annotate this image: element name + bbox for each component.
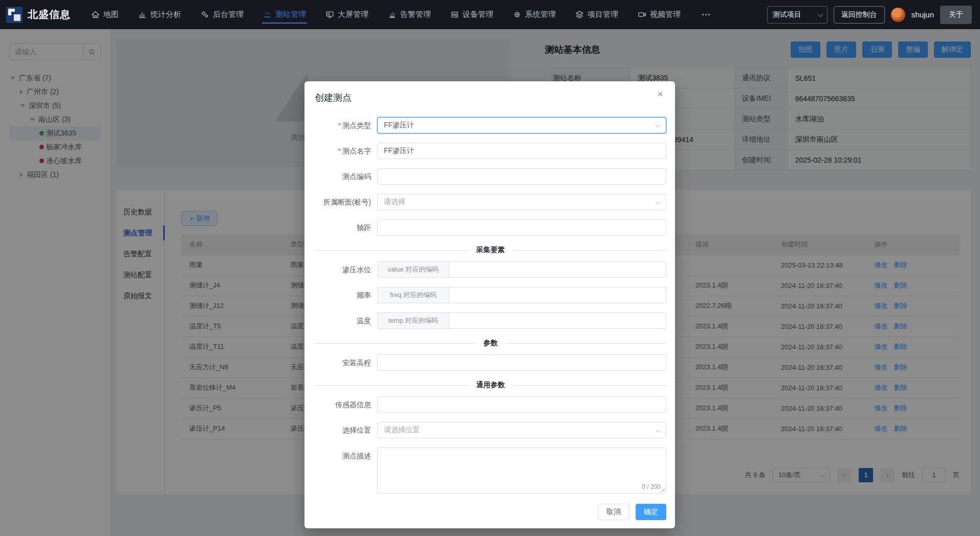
select-value: 请选择: [384, 197, 405, 207]
form-row: *测点名字FF渗压计: [315, 143, 666, 159]
input-prepend-label: freq 对应的编码: [377, 287, 449, 303]
chevron-down-icon: [818, 11, 823, 16]
form-row: 测点编码: [315, 168, 666, 185]
section-divider: 采集要素: [315, 245, 666, 255]
field-label: 安装高程: [315, 354, 371, 371]
point-name-input[interactable]: FF渗压计: [377, 143, 666, 159]
gears-icon: [201, 10, 209, 19]
gear-icon: [513, 10, 521, 19]
resize-grip-icon[interactable]: [660, 487, 665, 492]
username: shujun: [911, 10, 934, 19]
nav-item-label: 项目管理: [587, 10, 618, 19]
select-value: 请选择位置: [384, 426, 420, 435]
field-label: 所属断面(桩号): [315, 194, 371, 210]
char-counter: 0 / 200: [642, 483, 661, 490]
description-textarea[interactable]: 0 / 200: [377, 448, 666, 494]
section-divider: 通用参数: [315, 380, 666, 390]
nav-item-label: 测站管理: [275, 10, 306, 19]
section-select[interactable]: 请选择: [377, 194, 666, 210]
navbar-right: 测试项目 返回控制台 shujun 关于: [767, 6, 972, 24]
form-row: 轴距: [315, 219, 666, 236]
avatar[interactable]: [891, 8, 905, 22]
axle-distance-input[interactable]: [377, 219, 666, 236]
alarm-icon: [388, 10, 397, 19]
required-mark: *: [338, 121, 341, 129]
dialog-title: 创建测点: [315, 92, 666, 104]
field-label: *测点名字: [315, 143, 371, 159]
nav-item-3[interactable]: 后台管理: [200, 6, 245, 24]
form-row: 所属断面(桩号)请选择: [315, 194, 666, 210]
field-label: 测点描述: [315, 448, 371, 464]
chart-icon: [138, 10, 147, 19]
close-icon[interactable]: ×: [656, 90, 665, 99]
nav-item-1[interactable]: 地图: [90, 6, 120, 24]
point-type-select[interactable]: FF渗压计: [377, 117, 666, 133]
field-label: *测点类型: [315, 117, 371, 133]
nav-item-label: 后台管理: [213, 10, 244, 19]
project-select-value: 测试项目: [773, 10, 801, 19]
monitor-icon: [325, 10, 334, 19]
form-row: 渗压水位value 对应的编码: [315, 261, 666, 278]
input-prepend-label: value 对应的编码: [377, 261, 449, 278]
input-prepend-label: temp 对应的编码: [377, 312, 449, 329]
sensor-info-input[interactable]: [377, 396, 666, 413]
brand-name: 北盛信息: [28, 8, 71, 21]
form-row: *测点类型FF渗压计: [315, 117, 666, 133]
point-code-input[interactable]: [377, 168, 666, 185]
form-row: 测点描述0 / 200: [315, 448, 666, 494]
seepage-level-input[interactable]: [449, 261, 666, 278]
input-value: FF渗压计: [384, 146, 414, 155]
field-label: 温度: [315, 312, 371, 329]
nav-item-label: 设备管理: [463, 10, 493, 19]
create-point-dialog: 创建测点 × *测点类型FF渗压计*测点名字FF渗压计测点编码所属断面(桩号)请…: [304, 81, 675, 528]
section-title: 参数: [475, 339, 506, 348]
about-button[interactable]: 关于: [940, 6, 972, 24]
nav-item-label: 大屏管理: [338, 10, 368, 19]
section-title: 采集要素: [468, 245, 513, 255]
nav-item-9[interactable]: 项目管理: [574, 6, 619, 24]
field-label: 渗压水位: [315, 261, 371, 278]
top-navbar: 北盛信息 地图统计分析后台管理测站管理大屏管理告警管理设备管理系统管理项目管理视…: [0, 0, 980, 29]
location-select[interactable]: 请选择位置: [377, 422, 666, 438]
form-row: 频率freq 对应的编码: [315, 287, 666, 303]
field-label: 选择位置: [315, 422, 371, 438]
create-point-form: *测点类型FF渗压计*测点名字FF渗压计测点编码所属断面(桩号)请选择轴距采集要…: [315, 117, 666, 494]
form-row: 选择位置请选择位置: [315, 422, 666, 438]
back-to-console-button[interactable]: 返回控制台: [834, 6, 885, 24]
nav-item-label: 视频管理: [650, 10, 681, 19]
nav-item-5[interactable]: 大屏管理: [324, 6, 369, 24]
form-row: 传感器信息: [315, 396, 666, 413]
cancel-button[interactable]: 取消: [598, 504, 629, 520]
nav-item-label: 告警管理: [400, 10, 431, 19]
brand-logo-icon: [6, 7, 23, 23]
home-icon: [91, 10, 100, 19]
nav-item-4[interactable]: 测站管理: [262, 6, 307, 24]
project-select[interactable]: 测试项目: [767, 6, 827, 24]
nav-item-7[interactable]: 设备管理: [449, 6, 494, 24]
field-label: 传感器信息: [315, 396, 371, 413]
form-row: 温度temp 对应的编码: [315, 312, 666, 329]
form-row: 安装高程: [315, 354, 666, 371]
field-label: 测点编码: [315, 168, 371, 185]
main-menu: 地图统计分析后台管理测站管理大屏管理告警管理设备管理系统管理项目管理视频管理: [90, 6, 767, 24]
select-value: FF渗压计: [384, 121, 414, 130]
more-menu-icon[interactable]: [699, 11, 713, 18]
nav-item-label: 系统管理: [525, 10, 556, 19]
install-elevation-input[interactable]: [377, 354, 666, 371]
section-title: 通用参数: [468, 381, 513, 390]
confirm-button[interactable]: 确定: [636, 504, 666, 520]
station-icon: [263, 10, 272, 19]
required-mark: *: [338, 147, 341, 155]
layers-icon: [575, 10, 584, 19]
section-divider: 参数: [315, 338, 666, 348]
device-icon: [450, 10, 459, 19]
nav-item-8[interactable]: 系统管理: [512, 6, 557, 24]
video-icon: [638, 10, 646, 19]
nav-item-label: 地图: [103, 10, 119, 19]
nav-item-2[interactable]: 统计分析: [137, 6, 182, 24]
temperature-input[interactable]: [449, 312, 666, 329]
field-label: 轴距: [315, 219, 371, 236]
nav-item-10[interactable]: 视频管理: [637, 6, 682, 24]
frequency-input[interactable]: [449, 287, 666, 303]
nav-item-6[interactable]: 告警管理: [387, 6, 432, 24]
